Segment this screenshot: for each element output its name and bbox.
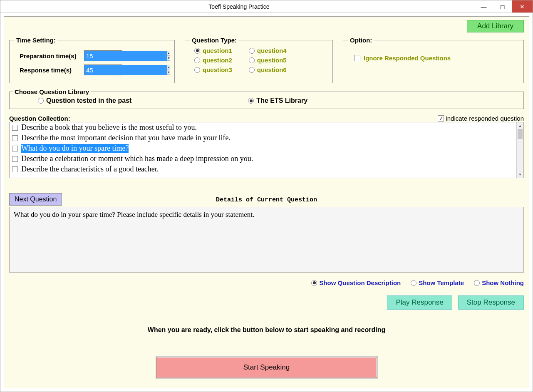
- scroll-down-icon[interactable]: ▼: [517, 171, 523, 178]
- top-settings-row: Time Setting: Preparation time(s) ▲ ▼ Re…: [9, 37, 524, 83]
- window-title: Toefl Speaking Practice: [4, 3, 474, 10]
- resp-up-icon[interactable]: ▲: [167, 65, 170, 70]
- scroll-thumb[interactable]: [518, 129, 523, 139]
- question-type-grid: question1 question2 question3 question4 …: [190, 47, 327, 73]
- qt-option-3[interactable]: question3: [194, 66, 232, 73]
- details-textbox: What do you do in your spare time? Pleas…: [9, 207, 524, 273]
- radio-icon: [411, 280, 416, 286]
- option-group: Option: Ignore Responded Questions: [343, 37, 524, 83]
- list-item[interactable]: Describe the most important decision tha…: [10, 133, 516, 143]
- option-legend: Option:: [348, 37, 374, 44]
- prep-time-row: Preparation time(s) ▲ ▼: [15, 50, 169, 61]
- time-setting-group: Time Setting: Preparation time(s) ▲ ▼ Re…: [9, 37, 175, 83]
- indicate-responded-option[interactable]: indicate responded question: [438, 115, 524, 122]
- qt-option-1[interactable]: question1: [194, 47, 232, 54]
- resp-time-row: Response time(s) ▲ ▼: [15, 65, 169, 75]
- prep-time-input[interactable]: [84, 51, 167, 61]
- question-type-legend: Question Type:: [190, 37, 238, 44]
- resp-down-icon[interactable]: ▼: [167, 70, 170, 75]
- scrollbar[interactable]: ▲ ▼: [516, 122, 523, 178]
- checkbox-icon[interactable]: [12, 146, 18, 151]
- qt-option-2[interactable]: question2: [194, 57, 232, 64]
- radio-icon: [249, 57, 255, 63]
- radio-icon: [194, 57, 200, 63]
- library-ets-option[interactable]: The ETS Library: [248, 97, 307, 104]
- ignore-responded-option[interactable]: Ignore Responded Questions: [348, 47, 518, 69]
- list-item[interactable]: Describe a book that you believe is the …: [10, 122, 516, 133]
- list-item[interactable]: Describe the characteristics of a good t…: [10, 164, 516, 174]
- list-item[interactable]: What do you do in your spare time?: [10, 143, 516, 154]
- radio-icon: [248, 98, 254, 104]
- qt-option-6[interactable]: question6: [249, 66, 287, 73]
- question-type-group: Question Type: question1 question2 quest…: [185, 37, 333, 83]
- collection-header: Question Collection: indicate responded …: [9, 115, 524, 122]
- checkbox-icon: [438, 115, 444, 122]
- checkbox-icon[interactable]: [12, 156, 18, 162]
- radio-icon: [194, 48, 200, 54]
- checkbox-icon[interactable]: [12, 135, 18, 141]
- radio-icon: [311, 280, 317, 286]
- play-response-button[interactable]: Play Response: [387, 295, 452, 310]
- resp-time-input[interactable]: [84, 65, 167, 75]
- library-legend: Choose Question Library: [13, 88, 91, 95]
- library-options: Question tested in the past The ETS Libr…: [13, 97, 520, 104]
- details-label: Details of Current Question: [9, 196, 524, 203]
- app-body: Add Library Time Setting: Preparation ti…: [4, 16, 529, 388]
- resp-time-arrows: ▲ ▼: [167, 65, 170, 75]
- scroll-up-icon[interactable]: ▲: [517, 122, 523, 129]
- prep-time-label: Preparation time(s): [20, 52, 84, 60]
- radio-icon: [249, 67, 255, 73]
- start-speaking-button[interactable]: Start Speaking: [156, 357, 377, 378]
- radio-icon: [249, 48, 255, 54]
- question-list: Describe a book that you believe is the …: [9, 122, 524, 178]
- stop-response-button[interactable]: Stop Response: [458, 295, 524, 310]
- resp-time-spinner[interactable]: ▲ ▼: [84, 65, 122, 75]
- checkbox-icon[interactable]: [12, 125, 18, 131]
- prep-up-icon[interactable]: ▲: [167, 51, 170, 56]
- library-group: Choose Question Library Question tested …: [9, 88, 524, 109]
- show-nothing-option[interactable]: Show Nothing: [474, 279, 524, 286]
- question-items[interactable]: Describe a book that you believe is the …: [10, 122, 516, 178]
- radio-icon: [194, 67, 200, 73]
- next-question-button[interactable]: Next Question: [9, 193, 62, 206]
- show-template-option[interactable]: Show Template: [411, 279, 464, 286]
- qt-option-4[interactable]: question4: [249, 47, 287, 54]
- checkbox-icon[interactable]: [12, 166, 18, 172]
- checkbox-icon: [354, 55, 360, 61]
- show-description-option[interactable]: Show Question Description: [311, 279, 401, 286]
- add-library-button[interactable]: Add Library: [467, 20, 524, 32]
- maximize-button[interactable]: ◻: [493, 0, 512, 12]
- prep-time-arrows: ▲ ▼: [167, 51, 170, 61]
- prep-time-spinner[interactable]: ▲ ▼: [84, 50, 122, 61]
- ready-instruction: When you are ready, click the button bel…: [9, 326, 524, 334]
- prep-down-icon[interactable]: ▼: [167, 56, 170, 61]
- library-past-option[interactable]: Question tested in the past: [38, 97, 131, 104]
- qt-option-5[interactable]: question5: [249, 57, 287, 64]
- titlebar: Toefl Speaking Practice — ◻ ✕: [0, 0, 533, 13]
- show-options: Show Question Description Show Template …: [9, 279, 524, 286]
- minimize-button[interactable]: —: [474, 0, 493, 12]
- qt-col-2: question4 question5 question6: [249, 47, 287, 73]
- radio-icon: [474, 280, 480, 286]
- list-item[interactable]: Describe a celebration or moment which h…: [10, 154, 516, 164]
- response-buttons: Play Response Stop Response: [9, 295, 524, 310]
- window-controls: — ◻ ✕: [474, 0, 533, 12]
- qt-col-1: question1 question2 question3: [194, 47, 232, 73]
- time-setting-legend: Time Setting:: [15, 37, 57, 44]
- resp-time-label: Response time(s): [20, 67, 84, 74]
- close-button[interactable]: ✕: [512, 0, 533, 12]
- collection-label: Question Collection:: [9, 115, 70, 122]
- app-window: Toefl Speaking Practice — ◻ ✕ Add Librar…: [0, 0, 533, 392]
- radio-icon: [38, 98, 44, 104]
